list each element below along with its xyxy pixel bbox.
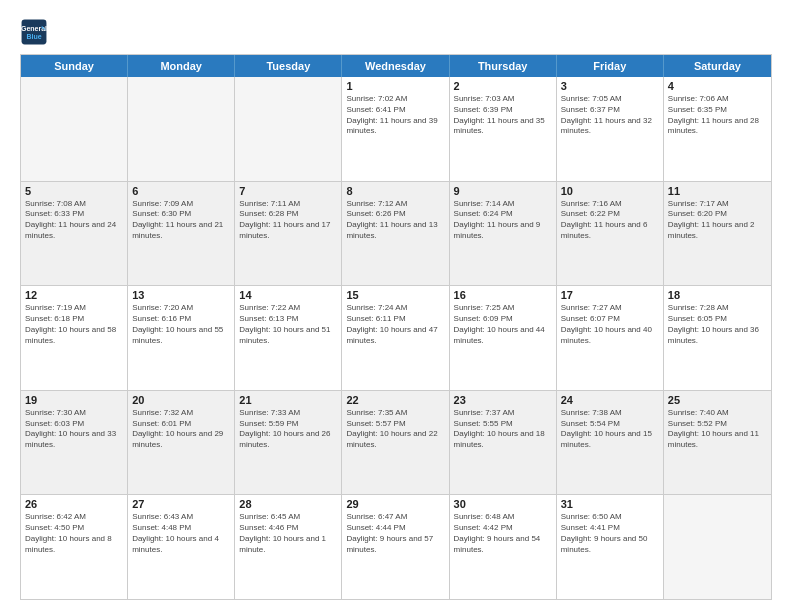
calendar-row-2: 12Sunrise: 7:19 AM Sunset: 6:18 PM Dayli…	[21, 285, 771, 390]
day-info: Sunrise: 7:24 AM Sunset: 6:11 PM Dayligh…	[346, 303, 444, 346]
day-cell-5: 5Sunrise: 7:08 AM Sunset: 6:33 PM Daylig…	[21, 182, 128, 286]
logo-icon: General Blue	[20, 18, 48, 46]
day-info: Sunrise: 7:05 AM Sunset: 6:37 PM Dayligh…	[561, 94, 659, 137]
header-day-sunday: Sunday	[21, 55, 128, 77]
empty-cell	[21, 77, 128, 181]
day-number: 6	[132, 185, 230, 197]
day-number: 10	[561, 185, 659, 197]
day-info: Sunrise: 7:06 AM Sunset: 6:35 PM Dayligh…	[668, 94, 767, 137]
logo: General Blue	[20, 18, 48, 46]
header-day-saturday: Saturday	[664, 55, 771, 77]
day-number: 16	[454, 289, 552, 301]
calendar-header: SundayMondayTuesdayWednesdayThursdayFrid…	[21, 55, 771, 77]
day-cell-10: 10Sunrise: 7:16 AM Sunset: 6:22 PM Dayli…	[557, 182, 664, 286]
day-cell-4: 4Sunrise: 7:06 AM Sunset: 6:35 PM Daylig…	[664, 77, 771, 181]
day-info: Sunrise: 6:50 AM Sunset: 4:41 PM Dayligh…	[561, 512, 659, 555]
day-info: Sunrise: 7:40 AM Sunset: 5:52 PM Dayligh…	[668, 408, 767, 451]
day-cell-24: 24Sunrise: 7:38 AM Sunset: 5:54 PM Dayli…	[557, 391, 664, 495]
empty-cell	[128, 77, 235, 181]
day-cell-9: 9Sunrise: 7:14 AM Sunset: 6:24 PM Daylig…	[450, 182, 557, 286]
day-info: Sunrise: 6:42 AM Sunset: 4:50 PM Dayligh…	[25, 512, 123, 555]
day-number: 9	[454, 185, 552, 197]
day-cell-6: 6Sunrise: 7:09 AM Sunset: 6:30 PM Daylig…	[128, 182, 235, 286]
day-cell-29: 29Sunrise: 6:47 AM Sunset: 4:44 PM Dayli…	[342, 495, 449, 599]
day-info: Sunrise: 7:37 AM Sunset: 5:55 PM Dayligh…	[454, 408, 552, 451]
svg-text:Blue: Blue	[26, 33, 41, 40]
day-cell-19: 19Sunrise: 7:30 AM Sunset: 6:03 PM Dayli…	[21, 391, 128, 495]
day-cell-27: 27Sunrise: 6:43 AM Sunset: 4:48 PM Dayli…	[128, 495, 235, 599]
day-cell-15: 15Sunrise: 7:24 AM Sunset: 6:11 PM Dayli…	[342, 286, 449, 390]
day-info: Sunrise: 7:17 AM Sunset: 6:20 PM Dayligh…	[668, 199, 767, 242]
header-day-tuesday: Tuesday	[235, 55, 342, 77]
day-number: 24	[561, 394, 659, 406]
day-number: 4	[668, 80, 767, 92]
day-number: 28	[239, 498, 337, 510]
day-info: Sunrise: 6:43 AM Sunset: 4:48 PM Dayligh…	[132, 512, 230, 555]
day-cell-31: 31Sunrise: 6:50 AM Sunset: 4:41 PM Dayli…	[557, 495, 664, 599]
calendar-row-1: 5Sunrise: 7:08 AM Sunset: 6:33 PM Daylig…	[21, 181, 771, 286]
calendar: SundayMondayTuesdayWednesdayThursdayFrid…	[20, 54, 772, 600]
day-cell-3: 3Sunrise: 7:05 AM Sunset: 6:37 PM Daylig…	[557, 77, 664, 181]
day-number: 8	[346, 185, 444, 197]
day-number: 11	[668, 185, 767, 197]
day-cell-14: 14Sunrise: 7:22 AM Sunset: 6:13 PM Dayli…	[235, 286, 342, 390]
header-day-friday: Friday	[557, 55, 664, 77]
day-info: Sunrise: 7:19 AM Sunset: 6:18 PM Dayligh…	[25, 303, 123, 346]
header-day-wednesday: Wednesday	[342, 55, 449, 77]
day-number: 27	[132, 498, 230, 510]
day-info: Sunrise: 7:14 AM Sunset: 6:24 PM Dayligh…	[454, 199, 552, 242]
day-cell-7: 7Sunrise: 7:11 AM Sunset: 6:28 PM Daylig…	[235, 182, 342, 286]
day-number: 23	[454, 394, 552, 406]
day-cell-8: 8Sunrise: 7:12 AM Sunset: 6:26 PM Daylig…	[342, 182, 449, 286]
day-info: Sunrise: 7:35 AM Sunset: 5:57 PM Dayligh…	[346, 408, 444, 451]
day-number: 17	[561, 289, 659, 301]
day-number: 26	[25, 498, 123, 510]
day-info: Sunrise: 6:45 AM Sunset: 4:46 PM Dayligh…	[239, 512, 337, 555]
header-day-monday: Monday	[128, 55, 235, 77]
day-info: Sunrise: 7:12 AM Sunset: 6:26 PM Dayligh…	[346, 199, 444, 242]
day-info: Sunrise: 7:25 AM Sunset: 6:09 PM Dayligh…	[454, 303, 552, 346]
calendar-row-3: 19Sunrise: 7:30 AM Sunset: 6:03 PM Dayli…	[21, 390, 771, 495]
day-cell-11: 11Sunrise: 7:17 AM Sunset: 6:20 PM Dayli…	[664, 182, 771, 286]
day-number: 31	[561, 498, 659, 510]
day-cell-23: 23Sunrise: 7:37 AM Sunset: 5:55 PM Dayli…	[450, 391, 557, 495]
day-number: 25	[668, 394, 767, 406]
day-info: Sunrise: 7:08 AM Sunset: 6:33 PM Dayligh…	[25, 199, 123, 242]
day-info: Sunrise: 7:27 AM Sunset: 6:07 PM Dayligh…	[561, 303, 659, 346]
day-number: 20	[132, 394, 230, 406]
day-info: Sunrise: 7:16 AM Sunset: 6:22 PM Dayligh…	[561, 199, 659, 242]
day-cell-17: 17Sunrise: 7:27 AM Sunset: 6:07 PM Dayli…	[557, 286, 664, 390]
day-cell-13: 13Sunrise: 7:20 AM Sunset: 6:16 PM Dayli…	[128, 286, 235, 390]
day-info: Sunrise: 7:33 AM Sunset: 5:59 PM Dayligh…	[239, 408, 337, 451]
header: General Blue	[20, 18, 772, 46]
day-info: Sunrise: 7:02 AM Sunset: 6:41 PM Dayligh…	[346, 94, 444, 137]
day-cell-16: 16Sunrise: 7:25 AM Sunset: 6:09 PM Dayli…	[450, 286, 557, 390]
day-info: Sunrise: 7:03 AM Sunset: 6:39 PM Dayligh…	[454, 94, 552, 137]
day-info: Sunrise: 7:30 AM Sunset: 6:03 PM Dayligh…	[25, 408, 123, 451]
day-number: 5	[25, 185, 123, 197]
day-cell-20: 20Sunrise: 7:32 AM Sunset: 6:01 PM Dayli…	[128, 391, 235, 495]
day-cell-1: 1Sunrise: 7:02 AM Sunset: 6:41 PM Daylig…	[342, 77, 449, 181]
day-cell-30: 30Sunrise: 6:48 AM Sunset: 4:42 PM Dayli…	[450, 495, 557, 599]
day-cell-26: 26Sunrise: 6:42 AM Sunset: 4:50 PM Dayli…	[21, 495, 128, 599]
day-number: 2	[454, 80, 552, 92]
day-cell-12: 12Sunrise: 7:19 AM Sunset: 6:18 PM Dayli…	[21, 286, 128, 390]
day-number: 14	[239, 289, 337, 301]
day-number: 30	[454, 498, 552, 510]
day-cell-28: 28Sunrise: 6:45 AM Sunset: 4:46 PM Dayli…	[235, 495, 342, 599]
day-info: Sunrise: 6:47 AM Sunset: 4:44 PM Dayligh…	[346, 512, 444, 555]
day-cell-21: 21Sunrise: 7:33 AM Sunset: 5:59 PM Dayli…	[235, 391, 342, 495]
day-number: 7	[239, 185, 337, 197]
day-info: Sunrise: 7:32 AM Sunset: 6:01 PM Dayligh…	[132, 408, 230, 451]
day-cell-18: 18Sunrise: 7:28 AM Sunset: 6:05 PM Dayli…	[664, 286, 771, 390]
day-info: Sunrise: 7:28 AM Sunset: 6:05 PM Dayligh…	[668, 303, 767, 346]
day-cell-2: 2Sunrise: 7:03 AM Sunset: 6:39 PM Daylig…	[450, 77, 557, 181]
empty-cell	[235, 77, 342, 181]
day-number: 19	[25, 394, 123, 406]
day-number: 12	[25, 289, 123, 301]
day-cell-22: 22Sunrise: 7:35 AM Sunset: 5:57 PM Dayli…	[342, 391, 449, 495]
day-info: Sunrise: 6:48 AM Sunset: 4:42 PM Dayligh…	[454, 512, 552, 555]
day-number: 1	[346, 80, 444, 92]
empty-cell	[664, 495, 771, 599]
day-info: Sunrise: 7:38 AM Sunset: 5:54 PM Dayligh…	[561, 408, 659, 451]
